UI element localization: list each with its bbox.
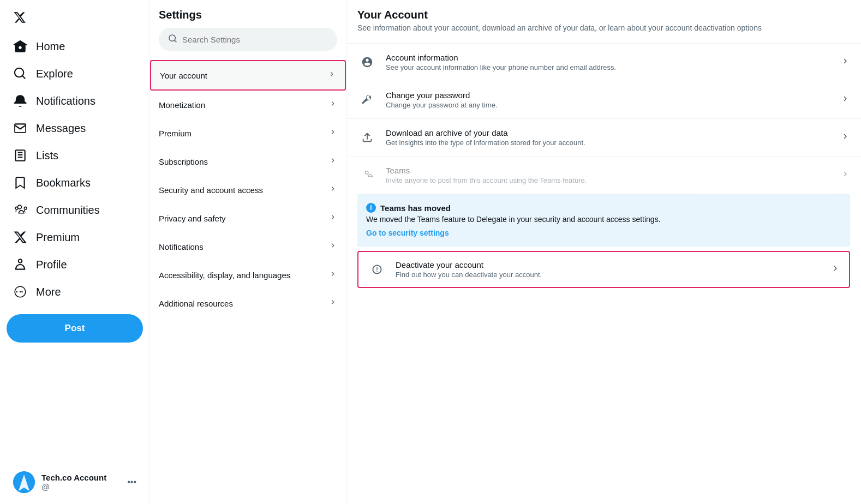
person-icon	[13, 257, 27, 272]
bookmark-icon	[13, 176, 27, 190]
content-subtitle: See information about your account, down…	[357, 23, 850, 32]
deactivate-icon	[367, 260, 387, 279]
people-group-icon	[357, 165, 377, 185]
settings-nav-item-notifications[interactable]: Notifications	[150, 232, 346, 261]
settings-chevron-premium-icon	[328, 128, 337, 139]
avatar	[13, 471, 35, 493]
settings-nav-label-premium: Premium	[159, 129, 192, 138]
person-circle-icon	[357, 52, 377, 72]
settings-nav-item-premium[interactable]: Premium	[150, 119, 346, 147]
settings-chevron-security-icon	[328, 184, 337, 195]
content-title: Your Account	[357, 9, 850, 21]
mail-icon	[13, 121, 27, 135]
user-profile-footer[interactable]: Tech.co Account @ •••	[7, 465, 143, 500]
sidebar-item-messages[interactable]: Messages	[7, 115, 143, 142]
footer-handle: @	[41, 482, 121, 491]
go-to-security-settings-link[interactable]: Go to security settings	[366, 229, 449, 237]
sidebar-item-label-bookmarks: Bookmarks	[36, 177, 91, 189]
people-icon	[13, 203, 27, 217]
content-item-teams: Teams Invite anyone to post from this ac…	[346, 157, 861, 194]
settings-nav-item-additional[interactable]: Additional resources	[150, 289, 346, 317]
sidebar-item-label-lists: Lists	[36, 149, 58, 162]
account-information-description: See your account information like your p…	[386, 63, 832, 71]
more-options-icon: •••	[127, 477, 136, 487]
teams-description: Invite anyone to post from this account …	[386, 176, 832, 184]
sidebar-item-label-explore: Explore	[36, 68, 73, 80]
info-icon: i	[366, 203, 376, 213]
settings-nav-item-your-account[interactable]: Your account	[150, 60, 346, 91]
teams-notice-header-text: Teams has moved	[380, 203, 451, 213]
post-button[interactable]: Post	[7, 314, 143, 343]
sidebar-item-label-profile: Profile	[36, 259, 67, 271]
sidebar-item-label-messages: Messages	[36, 122, 86, 135]
account-information-title: Account information	[386, 53, 832, 62]
footer-display-name: Tech.co Account	[41, 473, 121, 482]
sidebar-item-notifications[interactable]: Notifications	[7, 87, 143, 115]
content-item-account-information[interactable]: Account information See your account inf…	[346, 44, 861, 81]
sidebar-item-bookmarks[interactable]: Bookmarks	[7, 169, 143, 196]
x-logo[interactable]	[7, 4, 33, 31]
sidebar-item-label-home: Home	[36, 40, 65, 53]
settings-nav-label-security: Security and account access	[159, 185, 263, 195]
settings-nav-label-notifications: Notifications	[159, 242, 204, 251]
search-icon	[168, 34, 178, 45]
download-icon	[357, 128, 377, 147]
x-premium-icon	[13, 230, 27, 244]
settings-nav-item-subscriptions[interactable]: Subscriptions	[150, 147, 346, 176]
settings-nav-item-privacy[interactable]: Privacy and safety	[150, 204, 346, 232]
sidebar-item-label-notifications: Notifications	[36, 95, 95, 107]
deactivate-title: Deactivate your account	[396, 260, 822, 269]
content-item-change-password[interactable]: Change your password Change your passwor…	[346, 81, 861, 119]
settings-chevron-accessibility-icon	[328, 269, 337, 280]
sidebar-item-lists[interactable]: Lists	[7, 142, 143, 169]
content-item-download-archive[interactable]: Download an archive of your data Get ins…	[346, 119, 861, 157]
teams-title: Teams	[386, 166, 832, 175]
sidebar-item-profile[interactable]: Profile	[7, 251, 143, 278]
search-settings-box[interactable]	[159, 28, 337, 51]
sidebar-item-label-communities: Communities	[36, 204, 100, 217]
sidebar-item-communities[interactable]: Communities	[7, 196, 143, 224]
teams-notice-body: We moved the Teams feature to Delegate i…	[366, 215, 841, 224]
sidebar-item-premium[interactable]: Premium	[7, 224, 143, 251]
change-password-chevron-icon	[840, 94, 850, 106]
settings-nav-label-accessibility: Accessibility, display, and languages	[159, 271, 290, 280]
content-header: Your Account See information about your …	[346, 0, 861, 43]
bell-icon	[13, 94, 27, 108]
settings-chevron-monetization-icon	[328, 99, 337, 110]
more-icon	[13, 285, 27, 299]
settings-nav-item-accessibility[interactable]: Accessibility, display, and languages	[150, 261, 346, 289]
list-icon	[13, 148, 27, 163]
search-icon	[13, 67, 27, 81]
sidebar: Home Explore Notifications Messages List…	[0, 0, 150, 504]
content-panel: Your Account See information about your …	[346, 0, 861, 504]
sidebar-item-label-more: More	[36, 286, 61, 298]
settings-nav-label-subscriptions: Subscriptions	[159, 157, 208, 166]
teams-notice: i Teams has moved We moved the Teams fea…	[357, 194, 850, 247]
settings-chevron-additional-icon	[328, 298, 337, 309]
deactivate-account-item[interactable]: Deactivate your account Find out how you…	[357, 251, 850, 288]
settings-chevron-privacy-icon	[328, 213, 337, 224]
search-settings-input[interactable]	[182, 35, 328, 44]
key-icon	[357, 90, 377, 110]
settings-nav-item-monetization[interactable]: Monetization	[150, 91, 346, 119]
settings-panel: Settings Your account Monetization Premi…	[150, 0, 346, 504]
download-archive-chevron-icon	[840, 131, 850, 143]
settings-nav-label-monetization: Monetization	[159, 100, 205, 110]
sidebar-item-home[interactable]: Home	[7, 33, 143, 60]
settings-nav-item-security[interactable]: Security and account access	[150, 176, 346, 204]
deactivate-description: Find out how you can deactivate your acc…	[396, 271, 822, 279]
change-password-title: Change your password	[386, 91, 832, 100]
settings-nav-label-your-account: Your account	[160, 71, 207, 80]
teams-chevron-icon	[840, 169, 850, 181]
download-archive-title: Download an archive of your data	[386, 128, 832, 137]
settings-chevron-your-account-icon	[327, 70, 336, 81]
settings-title: Settings	[150, 0, 346, 21]
sidebar-item-more[interactable]: More	[7, 278, 143, 305]
download-archive-description: Get insights into the type of informatio…	[386, 139, 832, 147]
home-icon	[13, 39, 27, 53]
settings-chevron-subscriptions-icon	[328, 156, 337, 167]
sidebar-item-explore[interactable]: Explore	[7, 60, 143, 87]
settings-nav-label-additional: Additional resources	[159, 299, 233, 308]
settings-nav-label-privacy: Privacy and safety	[159, 214, 226, 223]
settings-chevron-notifications-icon	[328, 241, 337, 252]
